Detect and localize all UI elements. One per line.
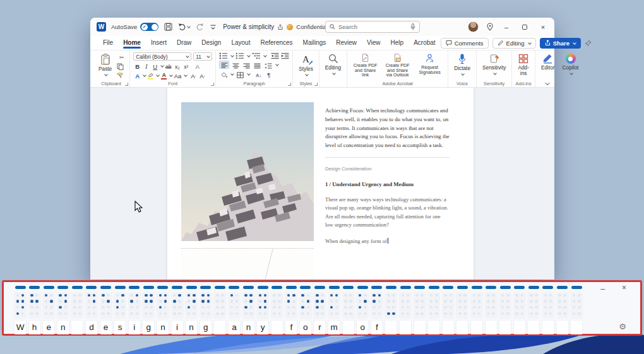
bold-button[interactable]: B [133,62,141,70]
undo-button[interactable] [178,23,190,31]
document-title[interactable]: Power & simplicity [223,23,274,30]
font-color-button[interactable]: A [160,71,168,80]
cursor-routing-button[interactable] [386,286,397,289]
cursor-routing-button[interactable] [557,286,568,289]
chevron-down-icon[interactable] [169,73,173,77]
tab-draw[interactable]: Draw [172,37,196,49]
dialog-launcher-icon[interactable] [211,83,214,86]
minimize-button[interactable]: – [501,23,511,31]
location-pin-icon[interactable] [487,23,493,31]
tab-design[interactable]: Design [196,37,226,49]
chevron-down-icon[interactable] [263,54,267,57]
chevron-down-icon[interactable] [156,73,160,77]
building-photo[interactable] [181,102,314,241]
cursor-routing-button[interactable] [86,286,97,289]
cursor-routing-button[interactable] [429,286,439,289]
cursor-routing-button[interactable] [514,286,525,289]
tab-acrobat[interactable]: Acrobat [408,37,440,49]
close-button[interactable]: × [538,23,548,31]
comments-button[interactable]: Comments [441,38,489,49]
superscript-button[interactable]: x² [182,62,190,70]
cursor-routing-button[interactable] [472,286,482,289]
multilevel-list-button[interactable] [252,52,261,59]
cursor-routing-button[interactable] [528,286,539,289]
copilot-button[interactable]: Copilot [560,52,581,79]
tab-layout[interactable]: Layout [226,37,255,49]
strikethrough-button[interactable]: ab [164,62,172,70]
cursor-routing-button[interactable] [229,286,239,289]
tab-help[interactable]: Help [386,37,409,49]
align-right-button[interactable] [242,61,251,69]
create-pdf-outlook-button[interactable]: Create PDF and Share via Outlook [383,52,412,79]
tab-mailings[interactable]: Mailings [298,37,331,49]
tab-review[interactable]: Review [331,37,362,49]
cursor-routing-button[interactable] [143,286,154,289]
tab-file[interactable]: File [98,37,118,49]
cursor-routing-button[interactable] [186,286,197,289]
search-input[interactable]: Search [325,21,420,33]
shading-button[interactable] [219,70,228,78]
request-signatures-button[interactable]: Request Signatures [415,52,444,79]
cursor-routing-button[interactable] [15,286,26,289]
font-name-select[interactable]: Calibri (Body) [133,52,191,61]
subscript-button[interactable]: x₂ [173,62,181,70]
cursor-routing-button[interactable] [115,286,126,289]
cursor-routing-button[interactable] [44,286,54,289]
cursor-routing-button[interactable] [571,286,582,289]
braille-minimize-button[interactable]: – [600,285,605,293]
font-size-select[interactable]: 11 [193,52,212,61]
cursor-routing-button[interactable] [29,286,40,289]
dialog-launcher-icon[interactable] [288,83,291,86]
cursor-routing-button[interactable] [243,286,254,289]
borders-button[interactable] [236,70,244,78]
editor-button[interactable]: Editor [539,52,558,79]
numbering-button[interactable] [236,52,244,59]
text-effects-button[interactable]: A [133,71,141,80]
change-case-button[interactable]: Aa [173,71,182,80]
align-center-button[interactable] [231,61,240,69]
cursor-routing-button[interactable] [400,286,411,289]
qat-more-icon[interactable] [210,23,217,30]
justify-button[interactable] [253,61,261,69]
italic-button[interactable]: I [142,62,150,70]
editing-group-button[interactable]: Editing [323,52,343,79]
tab-view[interactable]: View [362,37,386,49]
cursor-routing-button[interactable] [72,286,83,289]
cursor-routing-button[interactable] [414,286,425,289]
decrease-indent-button[interactable] [271,52,279,59]
maximize-button[interactable] [520,23,530,31]
cursor-routing-button[interactable] [172,286,182,289]
cursor-routing-button[interactable] [443,286,453,289]
align-left-button[interactable] [219,61,229,69]
cursor-routing-button[interactable] [129,286,140,289]
mic-icon[interactable] [410,23,415,30]
cursor-routing-button[interactable] [157,286,168,289]
braille-close-button[interactable]: × [622,283,626,292]
cursor-routing-button[interactable] [100,286,111,289]
cut-button[interactable]: ✂ [117,54,126,61]
chevron-down-icon[interactable] [230,72,234,76]
editing-mode-button[interactable]: Editing [492,38,536,49]
styles-button[interactable]: A Styles [296,52,316,79]
photo-placeholder[interactable] [181,248,314,280]
line-spacing-button[interactable] [263,61,273,69]
dictate-button[interactable]: Dictate [451,52,473,79]
redo-icon[interactable] [196,23,204,31]
cursor-routing-button[interactable] [371,286,382,289]
chevron-down-icon[interactable] [275,62,279,66]
grow-font-button[interactable]: Aˆ [189,71,198,80]
cursor-routing-button[interactable] [542,286,553,289]
chevron-down-icon[interactable] [184,73,188,77]
chevron-down-icon[interactable] [143,73,146,77]
underline-button[interactable]: U [151,62,159,70]
cursor-routing-button[interactable] [215,286,225,289]
title-share-icon[interactable] [277,24,283,30]
sensitivity-button[interactable]: Sensitivity [480,52,508,79]
cursor-routing-button[interactable] [300,286,311,289]
sort-button[interactable]: A↓ [254,70,263,78]
tab-insert[interactable]: Insert [146,37,172,49]
cursor-routing-button[interactable] [57,286,68,289]
cursor-routing-button[interactable] [357,286,368,289]
cursor-routing-button[interactable] [258,286,268,289]
tab-home[interactable]: Home [118,37,146,49]
